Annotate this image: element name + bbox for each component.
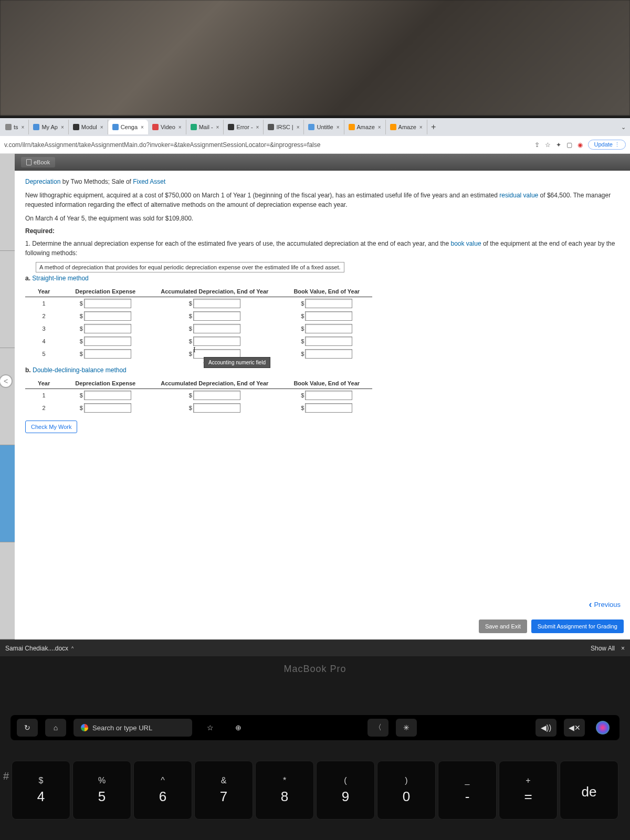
close-icon[interactable]: × <box>216 124 219 130</box>
close-icon[interactable]: × <box>61 124 64 130</box>
keyboard-key[interactable]: _- <box>438 761 496 819</box>
side-tab-4-active[interactable] <box>0 445 15 542</box>
close-icon[interactable]: × <box>419 124 423 130</box>
tab-3-active[interactable]: Cenga× <box>108 120 148 134</box>
update-button[interactable]: Update ⋮ <box>588 140 626 150</box>
book-value-input[interactable] <box>305 337 352 346</box>
keyboard-key[interactable]: ^6 <box>134 761 192 819</box>
tb-siri-icon[interactable] <box>592 719 613 737</box>
depreciation-expense-input[interactable] <box>84 391 131 400</box>
tab-label: Mail - <box>199 124 213 130</box>
keyboard-key[interactable]: &7 <box>195 761 253 819</box>
keyboard-key[interactable]: )0 <box>377 761 435 819</box>
keyboard-key[interactable]: %5 <box>73 761 131 819</box>
close-icon[interactable]: × <box>178 124 182 130</box>
save-and-exit-button[interactable]: Save and Exit <box>479 620 527 633</box>
tb-home-icon[interactable]: ⌂ <box>45 719 66 737</box>
tab-2[interactable]: Modul× <box>69 120 108 134</box>
tab-6[interactable]: Error -× <box>224 120 264 134</box>
book-value-input[interactable] <box>305 403 352 413</box>
accumulated-depreciation-input[interactable] <box>193 299 240 308</box>
close-icon[interactable]: × <box>141 124 144 130</box>
accumulated-depreciation-input[interactable] <box>193 311 240 321</box>
side-tab-1[interactable] <box>0 154 15 251</box>
keyboard-key[interactable]: *8 <box>256 761 313 819</box>
accumulated-depreciation-input[interactable] <box>193 403 240 413</box>
side-tab-5[interactable] <box>0 542 15 639</box>
depreciation-expense-input[interactable] <box>84 349 131 359</box>
side-tab-2[interactable] <box>0 251 15 348</box>
depreciation-expense-input[interactable] <box>84 324 131 333</box>
submit-assignment-button[interactable]: Submit Assignment for Grading <box>531 620 624 633</box>
tab-label: Video <box>161 124 175 130</box>
window-icon[interactable]: ▢ <box>566 141 572 149</box>
tb-plus-icon[interactable]: ⊕ <box>228 719 249 737</box>
method-a-link[interactable]: Straight-line method <box>32 275 88 282</box>
tab-8[interactable]: Untitle× <box>304 120 344 134</box>
new-tab-button[interactable]: + <box>427 122 440 132</box>
r1-link[interactable]: book value <box>451 240 481 247</box>
tab-9[interactable]: Amaze× <box>344 120 386 134</box>
chevron-left-icon: ‹ <box>589 599 592 610</box>
book-value-input[interactable] <box>305 299 352 308</box>
share-icon[interactable]: ⇪ <box>534 141 540 149</box>
previous-button[interactable]: ‹ Previous <box>589 599 621 610</box>
keyboard-key[interactable]: $4 <box>12 761 70 819</box>
accumulated-depreciation-input[interactable] <box>193 337 240 346</box>
tb-back-icon[interactable]: 〈 <box>368 719 388 737</box>
depreciation-expense-input[interactable] <box>84 403 131 413</box>
background-photo <box>0 0 630 116</box>
tb-search-input[interactable]: Search or type URL <box>74 719 192 737</box>
tb-star-icon[interactable]: ☆ <box>200 719 220 737</box>
book-value-input[interactable] <box>305 349 352 359</box>
tab-0[interactable]: ts× <box>1 120 29 134</box>
book-value-input[interactable] <box>305 391 352 400</box>
method-b-link[interactable]: Double-declining-balance method <box>33 366 127 374</box>
book-value-input[interactable] <box>305 324 352 333</box>
record-icon[interactable]: ◉ <box>578 141 583 149</box>
tb-volume-icon[interactable]: ◀)) <box>536 719 556 737</box>
depreciation-expense-input[interactable] <box>84 311 131 321</box>
keyboard-key[interactable]: += <box>499 761 557 819</box>
tb-refresh-icon[interactable]: ↻ <box>17 719 38 737</box>
p1-link[interactable]: residual value <box>499 192 538 199</box>
check-my-work-button[interactable]: Check My Work <box>25 421 77 433</box>
accumulated-depreciation-input[interactable] <box>193 391 240 400</box>
extension-icon[interactable]: ✦ <box>556 141 561 149</box>
close-icon[interactable]: × <box>297 124 300 130</box>
keyboard-key[interactable]: de <box>560 761 618 819</box>
side-tab-3[interactable] <box>0 348 15 445</box>
close-icon[interactable]: × <box>22 124 25 130</box>
title-link-a[interactable]: Depreciation <box>25 178 60 185</box>
download-item[interactable]: Samai Chediak....docx ^ <box>5 645 74 652</box>
tab-7[interactable]: IRSC |× <box>264 120 304 134</box>
ebook-button[interactable]: eBook <box>21 157 55 167</box>
close-icon[interactable]: × <box>100 124 103 130</box>
depreciation-expense-input[interactable] <box>84 337 131 346</box>
tab-overflow-icon[interactable]: ⌄ <box>617 124 630 131</box>
close-icon[interactable]: × <box>378 124 381 130</box>
book-value-input[interactable] <box>305 311 352 321</box>
depreciation-expense-input[interactable] <box>84 299 131 308</box>
accumulated-depreciation-input[interactable] <box>193 324 240 333</box>
dollar-sign: $ <box>80 300 83 307</box>
tab-5[interactable]: Mail -× <box>186 120 224 134</box>
tooltip-text: A method of depreciation that provides f… <box>36 262 344 272</box>
tab-10[interactable]: Amaze× <box>386 120 427 134</box>
keyboard-key[interactable]: (9 <box>317 761 374 819</box>
tab-icon <box>308 124 314 130</box>
url-text[interactable]: v.com/ilrn/takeAssignment/takeAssignment… <box>4 141 530 149</box>
tb-brightness-icon[interactable]: ✳ <box>396 719 417 737</box>
close-downloads-icon[interactable]: × <box>621 645 625 652</box>
touch-bar: ↻ ⌂ Search or type URL ☆ ⊕ 〈 ✳ ◀)) ◀✕ <box>10 715 620 740</box>
tab-4[interactable]: Video× <box>148 120 186 134</box>
tab-1[interactable]: My Ap× <box>29 120 68 134</box>
chevron-up-icon[interactable]: ^ <box>71 646 74 651</box>
close-icon[interactable]: × <box>256 124 259 130</box>
title-link-b[interactable]: Fixed Asset <box>133 178 165 185</box>
dollar-sign: $ <box>189 351 192 357</box>
show-all-button[interactable]: Show All <box>591 645 615 652</box>
star-icon[interactable]: ☆ <box>545 141 551 149</box>
close-icon[interactable]: × <box>337 124 340 130</box>
tb-mute-icon[interactable]: ◀✕ <box>564 719 585 737</box>
